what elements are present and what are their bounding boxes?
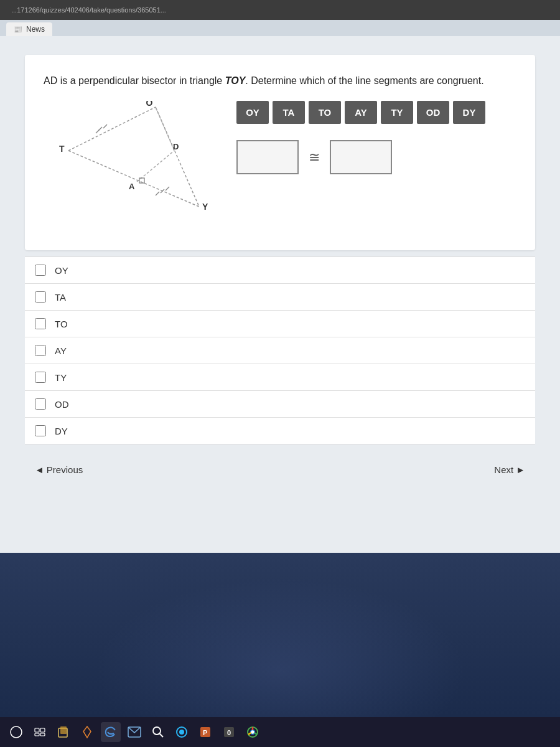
svg-text:P: P: [203, 729, 207, 736]
taskbar-zero-icon[interactable]: 0: [219, 722, 239, 742]
option-label-AY[interactable]: AY: [55, 345, 67, 356]
svg-rect-18: [35, 728, 39, 732]
checkbox-AY[interactable]: [35, 345, 46, 356]
previous-label: Previous: [47, 464, 83, 475]
svg-line-9: [161, 189, 164, 193]
taskbar-pin-icon[interactable]: [77, 722, 97, 742]
question-text-part1: AD is a perpendicular bisector in triang…: [44, 75, 225, 86]
option-row-AY[interactable]: AY: [25, 337, 535, 364]
seg-btn-OD[interactable]: OD: [417, 101, 449, 124]
svg-text:T: T: [59, 144, 65, 154]
options-section: OY TA TO AY TY OD DY: [25, 256, 535, 444]
option-row-TO[interactable]: TO: [25, 311, 535, 337]
taskbar-circle-icon[interactable]: [172, 722, 192, 742]
svg-line-38: [254, 733, 258, 735]
option-row-OD[interactable]: OD: [25, 391, 535, 418]
svg-line-2: [68, 151, 199, 207]
seg-btn-TY[interactable]: TY: [381, 101, 413, 124]
option-label-DY[interactable]: DY: [55, 426, 68, 436]
option-label-TO[interactable]: TO: [55, 319, 68, 329]
option-row-DY[interactable]: DY: [25, 418, 535, 444]
svg-rect-21: [40, 733, 45, 736]
svg-line-27: [160, 734, 164, 738]
next-arrow-icon: ►: [516, 464, 525, 475]
svg-text:0: 0: [227, 729, 231, 736]
checkbox-TA[interactable]: [35, 291, 46, 303]
drop-box-right[interactable]: [330, 140, 392, 174]
nav-bar: ◄ Previous Next ►: [25, 451, 535, 489]
checkbox-OD[interactable]: [35, 398, 46, 410]
segment-buttons-row: OY TA TO AY TY OD DY: [236, 101, 516, 124]
svg-point-29: [179, 730, 184, 735]
option-row-OY[interactable]: OY: [25, 256, 535, 284]
checkbox-TO[interactable]: [35, 318, 46, 329]
taskbar-search2-icon[interactable]: [148, 722, 168, 742]
svg-line-3: [137, 151, 174, 182]
svg-point-26: [153, 727, 161, 735]
drop-box-left[interactable]: [236, 140, 299, 174]
browser-bar: ...171266/quizzes/402406/take/questions/…: [0, 0, 560, 20]
next-button[interactable]: Next ►: [484, 459, 535, 480]
drop-zone-row: ≅: [236, 140, 516, 174]
taskbar-chrome-icon[interactable]: [243, 722, 263, 742]
seg-btn-AY[interactable]: AY: [345, 101, 377, 124]
svg-line-37: [248, 733, 251, 735]
option-label-TY[interactable]: TY: [55, 372, 67, 383]
question-toy: TOY: [225, 75, 246, 86]
question-text: AD is a perpendicular bisector in triang…: [44, 73, 516, 88]
tab-label: News: [26, 25, 45, 34]
svg-line-8: [96, 129, 100, 133]
svg-rect-19: [40, 728, 45, 732]
news-tab[interactable]: 📰 News: [6, 22, 52, 36]
url-bar: ...171266/quizzes/402406/take/questions/…: [11, 6, 166, 14]
taskbar-edge-icon[interactable]: [101, 722, 121, 742]
checkbox-DY[interactable]: [35, 425, 46, 436]
checkbox-TY[interactable]: [35, 372, 46, 383]
option-row-TY[interactable]: TY: [25, 364, 535, 391]
diagram-svg: O T D A Y: [44, 101, 218, 225]
svg-line-0: [68, 107, 156, 151]
taskbar-powerpoint-icon[interactable]: P: [195, 722, 215, 742]
taskbar-mail-icon[interactable]: [124, 722, 144, 742]
tab-icon: 📰: [14, 26, 22, 34]
next-label: Next: [494, 464, 513, 475]
question-layout: O T D A Y OY TA TO AY TY OD DY: [44, 101, 516, 225]
checkbox-OY[interactable]: [35, 265, 46, 276]
svg-line-11: [156, 192, 159, 195]
taskbar: P 0: [0, 717, 560, 747]
main-content: AD is a perpendicular bisector in triang…: [0, 36, 560, 553]
bottom-background: [0, 553, 560, 727]
segments-panel: OY TA TO AY TY OD DY ≅: [236, 101, 516, 174]
svg-text:D: D: [173, 142, 179, 151]
seg-btn-TO[interactable]: TO: [309, 101, 341, 124]
svg-line-10: [166, 187, 169, 190]
option-label-OY[interactable]: OY: [55, 265, 68, 276]
svg-line-7: [103, 125, 107, 128]
svg-text:A: A: [129, 182, 135, 191]
svg-rect-20: [35, 733, 39, 736]
taskbar-start-icon[interactable]: [6, 722, 26, 742]
svg-text:O: O: [146, 101, 153, 108]
option-label-OD[interactable]: OD: [55, 399, 69, 410]
seg-btn-DY[interactable]: DY: [453, 101, 485, 124]
taskbar-search-icon[interactable]: [30, 722, 50, 742]
svg-rect-23: [60, 726, 67, 734]
svg-marker-24: [83, 726, 91, 738]
svg-text:Y: Y: [202, 202, 208, 212]
option-row-TA[interactable]: TA: [25, 284, 535, 311]
previous-arrow-icon: ◄: [35, 464, 44, 475]
svg-point-17: [11, 726, 22, 738]
option-label-TA[interactable]: TA: [55, 292, 66, 303]
question-text-part2: . Determine which of the line segments a…: [245, 75, 483, 86]
congruent-symbol: ≅: [309, 149, 320, 166]
triangle-diagram: O T D A Y: [44, 101, 218, 225]
seg-btn-OY[interactable]: OY: [236, 101, 269, 124]
taskbar-files-icon[interactable]: [54, 722, 73, 742]
seg-btn-TA[interactable]: TA: [273, 101, 305, 124]
previous-button[interactable]: ◄ Previous: [25, 459, 93, 480]
question-container: AD is a perpendicular bisector in triang…: [25, 55, 535, 250]
